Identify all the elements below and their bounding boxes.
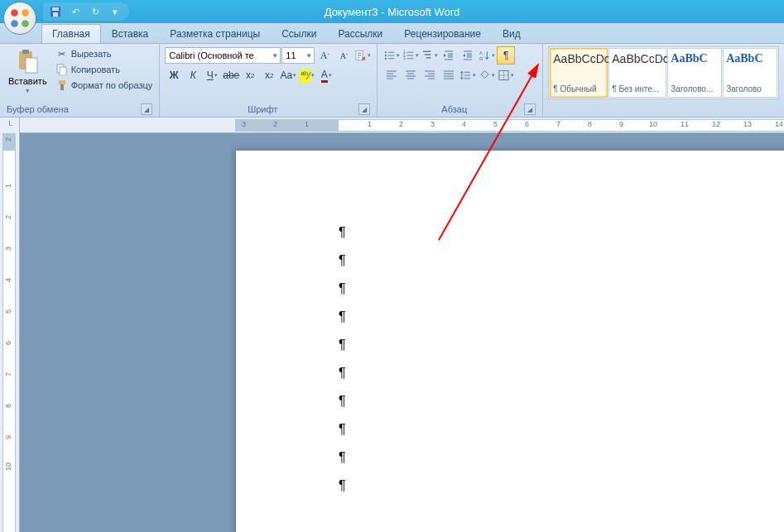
grow-font-button[interactable]: Aˆ [315, 46, 334, 65]
tab-selector[interactable]: └ [0, 117, 20, 133]
paragraph-launcher[interactable]: ◢ [524, 103, 536, 115]
svg-point-17 [385, 58, 387, 60]
align-center-button[interactable] [402, 66, 420, 84]
tab-references[interactable]: Ссылки [271, 24, 327, 43]
cut-label: Вырезать [71, 49, 112, 59]
redo-icon[interactable]: ↻ [88, 4, 103, 19]
numbering-button[interactable]: 123 [402, 46, 420, 65]
svg-text:Я: Я [479, 56, 483, 61]
svg-point-1 [22, 9, 29, 17]
ruler-num: 4 [4, 278, 12, 282]
paste-button[interactable]: Вставить ▼ [5, 46, 51, 95]
underline-button[interactable]: Ч [203, 66, 221, 84]
document-area[interactable]: ¶¶¶¶¶¶¶¶¶¶ [20, 133, 784, 532]
italic-button[interactable]: К [184, 66, 202, 84]
shrink-font-button[interactable]: Aˇ [334, 46, 353, 65]
undo-icon[interactable]: ↶ [68, 4, 83, 19]
borders-button[interactable] [497, 66, 515, 84]
format-painter-label: Формат по образцу [71, 80, 153, 90]
font-name-combo[interactable]: Calibri (Основной те▼ [165, 47, 281, 64]
save-icon[interactable] [48, 4, 63, 19]
superscript-button[interactable]: x2 [260, 66, 278, 84]
font-launcher[interactable]: ◢ [358, 103, 370, 115]
ruler-num: 10 [4, 463, 12, 471]
styles-gallery[interactable]: AaBbCcDc ¶ Обычный AaBbCcDc ¶ Без инте..… [548, 46, 779, 99]
ruler-num: 13 [743, 120, 752, 128]
ruler-num: 2 [273, 120, 277, 128]
ruler-num: 7 [4, 372, 12, 376]
tab-insert[interactable]: Вставка [101, 24, 160, 43]
clipboard-launcher[interactable]: ◢ [141, 103, 152, 115]
qat-more-icon[interactable]: ▾ [108, 4, 123, 19]
ribbon-tabs: Главная Вставка Разметка страницы Ссылки… [0, 23, 784, 44]
paste-label: Вставить [8, 76, 47, 86]
style-preview: AaBbCcDc [553, 52, 604, 65]
tab-home[interactable]: Главная [41, 24, 101, 43]
change-case-button[interactable]: Aa [279, 66, 297, 84]
vertical-ruler[interactable]: 2 1 2 3 4 5 6 7 8 9 10 [0, 133, 20, 532]
quick-access-toolbar: ↶ ↻ ▾ [43, 2, 129, 21]
svg-point-15 [385, 51, 387, 53]
office-button[interactable] [3, 2, 36, 35]
font-size-combo[interactable]: 11▼ [281, 47, 315, 64]
tab-page-layout[interactable]: Разметка страницы [159, 24, 271, 43]
svg-rect-6 [53, 12, 58, 17]
paragraph-mark: ¶ [339, 478, 784, 506]
ruler-num: 4 [462, 120, 466, 128]
horizontal-ruler[interactable]: 3 2 1 1 2 3 4 5 6 7 8 9 10 11 12 13 14 [20, 117, 784, 132]
show-hide-marks-button[interactable]: ¶ [497, 46, 515, 65]
multilevel-list-button[interactable] [421, 46, 439, 65]
ribbon: Вставить ▼ ✂ Вырезать Копировать [0, 44, 784, 117]
paragraph-mark: ¶ [339, 309, 784, 338]
font-size-value: 11 [286, 50, 296, 60]
tab-mailings[interactable]: Рассылки [327, 24, 393, 43]
ruler-num: 3 [242, 120, 246, 128]
copy-button[interactable]: Копировать [54, 62, 155, 77]
style-heading2[interactable]: AaBbC Заголово [723, 48, 777, 98]
paragraph-mark: ¶ [339, 450, 784, 478]
paragraph-mark: ¶ [339, 394, 784, 422]
highlight-button[interactable]: ab⁄ [298, 66, 316, 84]
style-no-spacing[interactable]: AaBbCcDc ¶ Без инте... [608, 48, 666, 98]
increase-indent-button[interactable] [459, 46, 477, 65]
bold-button[interactable]: Ж [165, 66, 183, 84]
ruler-num: 5 [4, 309, 12, 314]
style-preview: AaBbC [726, 52, 774, 65]
style-normal[interactable]: AaBbCcDc ¶ Обычный [550, 48, 608, 98]
bullets-button[interactable] [382, 46, 401, 65]
align-left-button[interactable] [382, 66, 401, 84]
font-color-button[interactable]: A [317, 66, 335, 84]
svg-point-2 [11, 20, 18, 27]
tab-view[interactable]: Вид [492, 24, 531, 43]
justify-button[interactable] [440, 66, 458, 84]
subscript-button[interactable]: x2 [241, 66, 259, 84]
style-heading1[interactable]: AaBbC Заголово... [667, 48, 722, 98]
ruler-num: 12 [712, 120, 720, 128]
group-paragraph: 123 AЯ ¶ Абзац ◢ [378, 44, 543, 117]
svg-rect-13 [60, 84, 64, 90]
svg-text:A: A [479, 50, 483, 55]
align-right-button[interactable] [421, 66, 439, 84]
page[interactable]: ¶¶¶¶¶¶¶¶¶¶ [235, 150, 784, 532]
ruler-num: 8 [588, 120, 592, 128]
style-preview: AaBbCcDc [612, 52, 663, 65]
format-painter-button[interactable]: Формат по образцу [54, 78, 155, 93]
style-name: Заголово... [671, 84, 719, 93]
decrease-indent-button[interactable] [440, 46, 458, 65]
paragraph-mark: ¶ [339, 281, 784, 309]
svg-rect-11 [60, 67, 66, 75]
strikethrough-button[interactable]: abe [222, 66, 240, 84]
paragraph-mark: ¶ [339, 366, 784, 394]
clear-formatting-button[interactable] [354, 46, 372, 65]
shading-button[interactable] [478, 66, 496, 84]
line-spacing-button[interactable] [459, 66, 477, 84]
cut-button[interactable]: ✂ Вырезать [54, 46, 155, 61]
tab-review[interactable]: Рецензирование [393, 24, 492, 43]
style-name: Заголово [726, 84, 774, 93]
ruler-num: 2 [4, 137, 12, 141]
group-clipboard: Вставить ▼ ✂ Вырезать Копировать [0, 44, 160, 117]
svg-rect-12 [59, 80, 65, 84]
sort-button[interactable]: AЯ [478, 46, 496, 65]
ruler-num: 14 [775, 120, 783, 128]
ruler-num: 6 [525, 120, 529, 128]
